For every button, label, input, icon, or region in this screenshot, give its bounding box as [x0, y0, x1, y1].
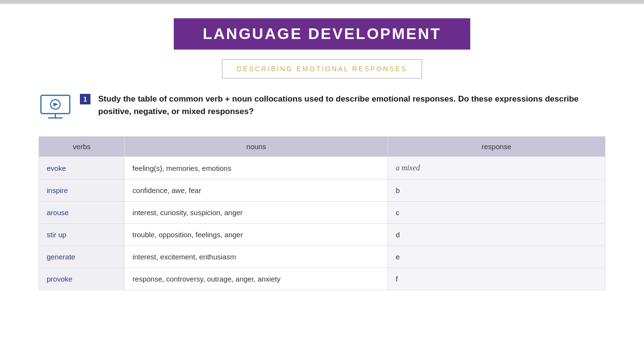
subtitle-text: DESCRIBING EMOTIONAL RESPONSES [237, 65, 407, 73]
collocations-table: verbs nouns response evokefeeling(s), me… [39, 136, 605, 290]
cell-response: a mixed [388, 157, 605, 180]
table-row: generateinterest, excitement, enthusiasm… [39, 246, 605, 268]
subtitle-box: DESCRIBING EMOTIONAL RESPONSES [222, 59, 422, 78]
table-row: provokeresponse, controversy, outrage, a… [39, 268, 605, 290]
cell-noun: interest, excitement, enthusiasm [125, 246, 388, 268]
col-header-nouns: nouns [125, 137, 388, 157]
table-row: evokefeeling(s), memories, emotionsa mix… [39, 157, 605, 180]
instruction-row: 1 Study the table of common verb + noun … [39, 93, 605, 122]
header-banner: LANGUAGE DEVELOPMENT [174, 18, 470, 50]
cell-response: d [388, 224, 605, 246]
cell-noun: trouble, opposition, feelings, anger [125, 224, 388, 246]
table-header-row: verbs nouns response [39, 137, 605, 157]
cell-noun: confidence, awe, fear [125, 180, 388, 202]
cell-verb: generate [39, 246, 125, 268]
col-header-response: response [388, 137, 605, 157]
table-row: stir uptrouble, opposition, feelings, an… [39, 224, 605, 246]
cell-verb: provoke [39, 268, 125, 290]
cell-noun: interest, curiosity, suspicion, anger [125, 202, 388, 224]
cell-verb: inspire [39, 180, 125, 202]
cell-verb: arouse [39, 202, 125, 224]
subtitle-section: DESCRIBING EMOTIONAL RESPONSES [0, 59, 644, 78]
monitor-icon [39, 93, 72, 122]
table-row: inspireconfidence, awe, fearb [39, 180, 605, 202]
col-header-verbs: verbs [39, 137, 125, 157]
banner-title: LANGUAGE DEVELOPMENT [203, 25, 441, 42]
cell-noun: response, controversy, outrage, anger, a… [125, 268, 388, 290]
header-section: LANGUAGE DEVELOPMENT [0, 18, 644, 50]
cell-noun: feeling(s), memories, emotions [125, 157, 388, 180]
cell-verb: stir up [39, 224, 125, 246]
cell-response: b [388, 180, 605, 202]
task-number: 1 [80, 94, 90, 104]
cell-verb: evoke [39, 157, 125, 180]
instruction-text: Study the table of common verb + noun co… [98, 93, 605, 117]
top-bar [0, 0, 644, 4]
table-row: arouseinterest, curiosity, suspicion, an… [39, 202, 605, 224]
response-mixed-text: a mixed [396, 164, 420, 172]
svg-marker-2 [53, 103, 58, 106]
cell-response: c [388, 202, 605, 224]
content-area: 1 Study the table of common verb + noun … [0, 93, 644, 290]
cell-response: f [388, 268, 605, 290]
cell-response: e [388, 246, 605, 268]
